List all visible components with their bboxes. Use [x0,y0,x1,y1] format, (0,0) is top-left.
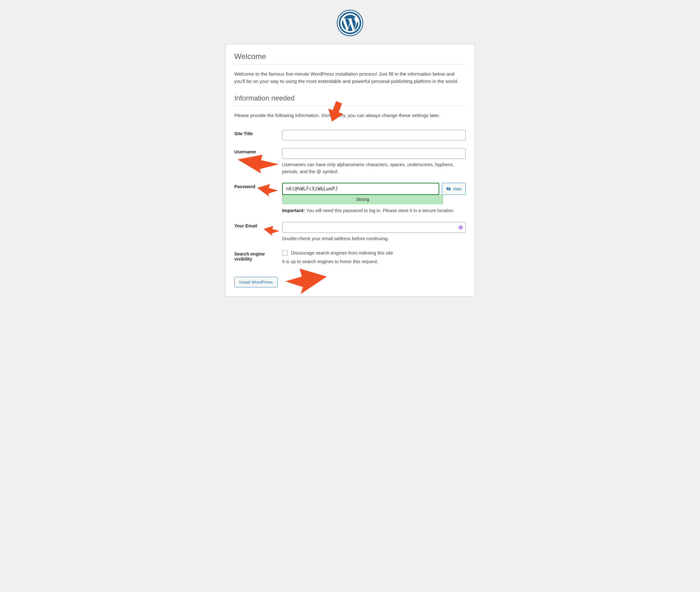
password-strength-meter: Strong [282,195,443,204]
welcome-intro-text: Welcome to the famous five-minute WordPr… [234,70,466,85]
annotation-arrow-icon [264,226,279,236]
site-title-input[interactable] [282,130,466,141]
wordpress-logo [0,6,700,44]
wordpress-icon [337,10,363,36]
svg-rect-3 [458,225,463,230]
email-input[interactable] [282,222,466,233]
password-important-note: Important: You will need this password t… [282,207,466,214]
annotation-arrow-icon [285,268,327,294]
username-hint: Usernames can have only alphanumeric cha… [282,161,466,176]
email-hint: Double-check your email address before c… [282,235,466,242]
hide-button-label: Hide [453,187,462,191]
sev-note: It is up to search engines to honor this… [282,259,466,264]
welcome-heading: Welcome [234,52,466,64]
hide-password-button[interactable]: Hide [442,183,466,195]
site-title-label: Site Title [234,126,282,145]
username-label: Username [234,149,256,154]
install-panel: Welcome Welcome to the famous five-minut… [225,44,475,297]
annotation-arrow-icon [257,184,278,197]
annotation-arrow-icon [237,153,279,176]
install-wordpress-button[interactable]: Install WordPress [234,277,278,287]
autofill-diamond-icon [458,225,463,230]
username-input[interactable] [282,148,466,159]
info-needed-subtext: Please provide the following information… [234,112,466,119]
eye-slash-icon [446,186,451,191]
info-needed-heading: Information needed [234,94,466,106]
password-input[interactable] [282,183,439,195]
password-label: Password [234,184,255,189]
sev-checkbox-label: Discourage search engines from indexing … [291,250,393,255]
email-label: Your Email [234,223,257,229]
sev-checkbox[interactable] [282,250,288,256]
sev-label: Search engine visibility [234,246,282,268]
